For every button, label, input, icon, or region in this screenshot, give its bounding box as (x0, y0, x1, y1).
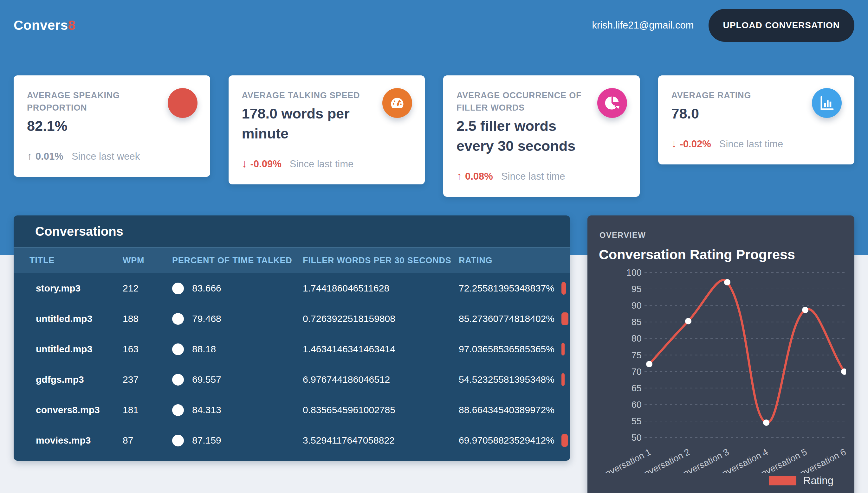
svg-text:85: 85 (632, 317, 642, 327)
legend-color-swatch (769, 476, 797, 486)
column-header-rating: RATING (459, 256, 554, 265)
stat-value: 82.1% (27, 116, 160, 136)
percent-dot-icon (172, 283, 184, 294)
row-wpm: 188 (123, 313, 172, 324)
stat-label: Average Talking Speed (242, 89, 369, 102)
speedometer-icon (382, 88, 412, 118)
table-body: story.mp321283.6661.74418604651162872.25… (14, 273, 570, 461)
row-filler: 1.4634146341463414 (303, 344, 459, 355)
chart-legend[interactable]: Rating (596, 475, 846, 487)
stat-label: Average Occurrence of Filler Words (456, 89, 583, 114)
row-title: untitled.mp3 (29, 344, 123, 355)
stat-card-speaking-proportion: Average Speaking Proportion 82.1% ↑0.01%… (14, 76, 210, 177)
stat-card-average-rating: Average Rating 78.0 ↓-0.02% Since last t… (658, 76, 855, 165)
row-percent: 84.313 (172, 404, 303, 416)
column-header-filler: FILLER WORDS PER 30 SECONDS (303, 256, 459, 265)
row-title: movies.mp3 (29, 435, 123, 446)
stat-value: 178.0 words per minute (242, 104, 375, 144)
stat-label: Average Rating (671, 89, 798, 102)
stat-caption: Since last time (501, 171, 565, 182)
svg-text:55: 55 (632, 416, 642, 426)
percent-dot-icon (172, 404, 184, 416)
arrow-down-icon: ↓ (242, 157, 247, 170)
row-title: story.mp3 (29, 283, 123, 294)
dashboard-page: Convers8 krish.life21@gmail.com UPLOAD C… (0, 0, 868, 493)
app-logo[interactable]: Convers8 (14, 18, 76, 33)
conversations-table-card: Conversations TITLE WPM PERCENT OF TIME … (14, 215, 570, 461)
row-rating: 97.03658536585365% (459, 343, 565, 356)
table-row[interactable]: convers8.mp318184.3130.83565459610027858… (14, 395, 570, 425)
row-rating: 88.66434540389972% (459, 405, 555, 415)
svg-text:50: 50 (632, 432, 642, 443)
stat-caption: Since last time (290, 158, 354, 170)
logo-text: Convers (14, 18, 68, 33)
overview-kicker: OVERVIEW (596, 231, 846, 240)
svg-text:75: 75 (632, 350, 642, 360)
table-row[interactable]: movies.mp38787.1593.529411764705882269.9… (14, 425, 570, 456)
stat-caption: Since last week (71, 151, 140, 162)
table-row[interactable]: untitled.mp318879.4680.72639225181598088… (14, 303, 570, 334)
table-titlebar: Conversations (14, 215, 570, 248)
rating-bar-icon (561, 282, 566, 295)
row-title: convers8.mp3 (29, 405, 123, 415)
row-filler: 0.7263922518159808 (303, 313, 459, 324)
column-header-wpm: WPM (123, 256, 172, 265)
row-title: untitled.mp3 (29, 313, 123, 324)
row-wpm: 87 (123, 435, 172, 446)
stat-card-talking-speed: Average Talking Speed 178.0 words per mi… (229, 76, 425, 185)
row-filler: 3.5294117647058822 (303, 435, 459, 446)
line-chart-canvas: 10095908580757065605550Conversation 1Con… (596, 264, 846, 473)
logo-accent: 8 (68, 18, 76, 33)
stat-card-filler-words: Average Occurrence of Filler Words 2.5 f… (443, 76, 640, 197)
percent-dot-icon (172, 435, 184, 446)
row-filler: 0.8356545961002785 (303, 405, 459, 415)
row-rating: 54.52325581395348% (459, 373, 565, 386)
row-wpm: 181 (123, 405, 172, 415)
row-wpm: 237 (123, 374, 172, 385)
arrow-down-icon: ↓ (671, 137, 677, 150)
stat-delta: ↑0.01% (27, 150, 63, 162)
row-filler: 6.976744186046512 (303, 374, 459, 385)
row-rating: 69.97058823529412% (459, 434, 568, 447)
app-header: Convers8 krish.life21@gmail.com UPLOAD C… (14, 0, 854, 51)
table-header-row: TITLE WPM PERCENT OF TIME TALKED FILLER … (14, 248, 570, 273)
arrow-up-icon: ↑ (456, 170, 462, 182)
column-header-title: TITLE (29, 256, 123, 265)
rating-bar-icon (561, 434, 568, 447)
row-rating: 72.25581395348837% (459, 282, 566, 295)
stat-value: 2.5 filler words every 30 seconds (456, 116, 590, 156)
stat-value: 78.0 (671, 104, 805, 124)
table-row[interactable]: untitled.mp316388.181.463414634146341497… (14, 334, 570, 364)
table-row[interactable]: story.mp321283.6661.74418604651162872.25… (14, 273, 570, 303)
row-percent: 87.159 (172, 434, 303, 446)
stat-delta: ↓-0.02% (671, 137, 711, 150)
arrow-up-icon: ↑ (27, 150, 32, 162)
upload-conversation-button[interactable]: UPLOAD CONVERSATION (708, 9, 855, 42)
stat-label: Average Speaking Proportion (27, 89, 154, 114)
svg-text:95: 95 (632, 284, 642, 294)
row-filler: 1.744186046511628 (303, 283, 459, 294)
rating-bar-icon (561, 313, 569, 325)
percent-dot-icon (172, 313, 184, 325)
percent-dot-icon (172, 374, 184, 386)
svg-text:60: 60 (632, 400, 642, 410)
table-row[interactable]: gdfgs.mp323769.5576.97674418604651254.52… (14, 364, 570, 395)
user-email: krish.life21@gmail.com (592, 20, 694, 31)
svg-text:70: 70 (632, 367, 642, 377)
svg-text:100: 100 (626, 267, 642, 278)
row-title: gdfgs.mp3 (29, 374, 123, 385)
overview-chart-card: OVERVIEW Conversation Rating Progress 10… (587, 215, 854, 493)
pie-chart-icon (597, 88, 627, 118)
row-rating: 85.27360774818402% (459, 313, 569, 325)
percent-dot-icon (172, 343, 184, 355)
column-header-percent: PERCENT OF TIME TALKED (172, 256, 303, 265)
stats-row: Average Speaking Proportion 82.1% ↑0.01%… (14, 76, 854, 197)
circle-icon (168, 88, 198, 118)
svg-text:65: 65 (632, 383, 642, 393)
rating-bar-icon (561, 343, 565, 356)
chart-title: Conversation Rating Progress (596, 247, 846, 262)
bar-chart-icon (812, 88, 842, 118)
stat-delta: ↓-0.09% (242, 157, 282, 170)
row-percent: 79.468 (172, 313, 303, 325)
row-percent: 69.557 (172, 373, 303, 386)
